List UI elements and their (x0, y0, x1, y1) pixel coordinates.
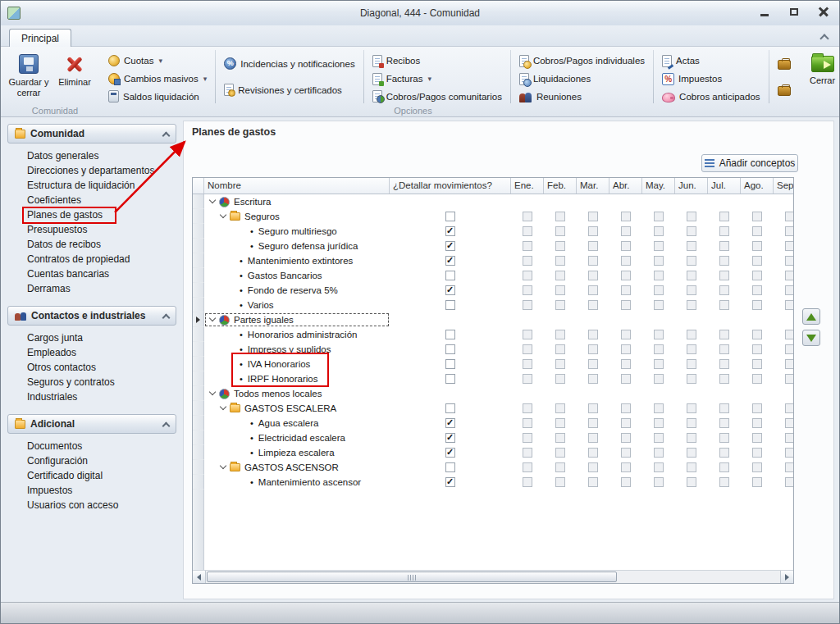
month-checkbox[interactable] (654, 241, 664, 251)
month-checkbox[interactable] (719, 285, 729, 295)
month-checkbox[interactable] (523, 212, 532, 221)
detail-checkbox[interactable] (445, 344, 455, 354)
month-checkbox[interactable] (719, 418, 729, 428)
grid-row-iva-honorarios[interactable]: •IVA Honorarios (193, 357, 794, 371)
row-selector[interactable] (193, 312, 204, 327)
column-header-ene[interactable]: Ene. (511, 178, 544, 194)
grid-row-fondo-de-reserva-5[interactable]: •Fondo de reserva 5% (193, 283, 794, 298)
row-selector[interactable] (193, 209, 204, 224)
month-checkbox[interactable] (719, 212, 729, 221)
detail-checkbox[interactable] (445, 374, 455, 384)
detail-checkbox[interactable] (445, 448, 455, 458)
tree-node[interactable]: Seguros (204, 209, 390, 224)
month-checkbox[interactable] (555, 359, 565, 369)
sidebar-item-datos-de-recibos[interactable]: Datos de recibos (7, 237, 176, 252)
month-checkbox[interactable] (719, 462, 729, 472)
ribbon-button-revisiones-y-certificados[interactable]: Revisiones y certificados (224, 83, 354, 98)
grid-row-seguros[interactable]: Seguros (193, 209, 794, 224)
sidebar-item-direcciones-y-departamentos[interactable]: Direcciones y departamentos (7, 163, 176, 178)
expand-collapse-icon[interactable] (220, 212, 226, 218)
ribbon-button-facturas[interactable]: Facturas▾ (372, 72, 502, 86)
month-checkbox[interactable] (588, 462, 598, 472)
month-checkbox[interactable] (687, 241, 696, 251)
month-checkbox[interactable] (719, 433, 729, 443)
month-checkbox[interactable] (785, 241, 794, 251)
row-selector[interactable] (193, 327, 204, 342)
month-checkbox[interactable] (752, 241, 762, 251)
grid-row-gastos-ascensor[interactable]: GASTOS ASCENSOR (193, 460, 794, 475)
ribbon-button-cobros-pagos-individuales[interactable]: Cobros/Pagos individuales (519, 54, 645, 68)
column-header-may[interactable]: May. (642, 178, 675, 194)
month-checkbox[interactable] (555, 374, 565, 384)
row-selector[interactable] (193, 445, 204, 460)
sidebar-item-seguros-y-contratos[interactable]: Seguros y contratos (7, 375, 176, 389)
month-checkbox[interactable] (785, 226, 794, 236)
tree-node[interactable]: •Gastos Bancarios (204, 268, 390, 283)
month-checkbox[interactable] (752, 300, 762, 310)
tree-node[interactable]: •Agua escalera (204, 416, 390, 430)
month-checkbox[interactable] (654, 403, 664, 413)
month-checkbox[interactable] (588, 285, 598, 295)
move-down-button[interactable] (802, 330, 820, 346)
month-checkbox[interactable] (523, 462, 532, 472)
month-checkbox[interactable] (523, 344, 532, 354)
month-checkbox[interactable] (654, 300, 664, 310)
month-checkbox[interactable] (621, 403, 631, 413)
month-checkbox[interactable] (752, 418, 762, 428)
month-checkbox[interactable] (588, 403, 598, 413)
month-checkbox[interactable] (687, 344, 696, 354)
sidebar-item-usuarios-con-acceso[interactable]: Usuarios con acceso (7, 498, 176, 512)
month-checkbox[interactable] (719, 374, 729, 384)
tree-node[interactable]: •Limpieza escalera (204, 445, 390, 460)
column-header-mar[interactable]: Mar. (577, 178, 609, 194)
month-checkbox[interactable] (588, 256, 598, 266)
month-checkbox[interactable] (654, 448, 664, 458)
month-checkbox[interactable] (752, 256, 762, 266)
month-checkbox[interactable] (555, 462, 565, 472)
month-checkbox[interactable] (785, 374, 794, 384)
tree-node[interactable]: •IRPF Honorarios (204, 371, 390, 386)
sidebar-item-configuracion[interactable]: Configuración (7, 453, 176, 468)
month-checkbox[interactable] (621, 212, 631, 221)
month-checkbox[interactable] (621, 433, 631, 443)
month-checkbox[interactable] (687, 448, 696, 458)
month-checkbox[interactable] (785, 256, 794, 266)
ribbon-button-cobros-pagos-comunitarios[interactable]: Cobros/Pagos comunitarios (372, 89, 502, 103)
month-checkbox[interactable] (785, 300, 794, 310)
month-checkbox[interactable] (588, 241, 598, 251)
detail-checkbox[interactable] (445, 403, 455, 413)
month-checkbox[interactable] (785, 403, 794, 413)
month-checkbox[interactable] (785, 433, 794, 443)
tree-node[interactable]: •Mantenimiento ascensor (204, 475, 390, 490)
save-and-close-button[interactable]: Guardar y cerrar (6, 50, 52, 103)
month-checkbox[interactable] (588, 418, 598, 428)
month-checkbox[interactable] (621, 241, 631, 251)
tree-node[interactable]: •Impresos y suplidos (204, 342, 390, 357)
add-concepts-button[interactable]: Añadir conceptos (701, 154, 798, 172)
month-checkbox[interactable] (621, 359, 631, 369)
month-checkbox[interactable] (621, 300, 631, 310)
grid-row-irpf-honorarios[interactable]: •IRPF Honorarios (193, 371, 794, 386)
month-checkbox[interactable] (785, 477, 794, 487)
month-checkbox[interactable] (719, 300, 729, 310)
column-header-ago[interactable]: Ago. (741, 178, 774, 194)
detail-checkbox[interactable] (445, 433, 455, 443)
ribbon-button-actas[interactable]: Actas (662, 54, 760, 68)
month-checkbox[interactable] (752, 226, 762, 236)
row-selector[interactable] (193, 460, 204, 475)
tree-node[interactable]: Escritura (204, 194, 390, 209)
month-checkbox[interactable] (752, 212, 762, 221)
tree-node[interactable]: •Seguro defensa jurídica (204, 239, 390, 253)
month-checkbox[interactable] (752, 448, 762, 458)
ribbon-button-incidencias-y-notificaciones[interactable]: Incidencias y notificaciones (224, 57, 354, 71)
month-checkbox[interactable] (654, 344, 664, 354)
expand-collapse-icon[interactable] (209, 197, 216, 203)
month-checkbox[interactable] (555, 433, 565, 443)
month-checkbox[interactable] (687, 418, 696, 428)
sidebar-header-comunidad[interactable]: Comunidad (7, 124, 176, 143)
month-checkbox[interactable] (588, 271, 598, 280)
detail-checkbox[interactable] (445, 226, 455, 236)
month-checkbox[interactable] (588, 344, 598, 354)
month-checkbox[interactable] (785, 462, 794, 472)
row-selector[interactable] (193, 342, 204, 357)
